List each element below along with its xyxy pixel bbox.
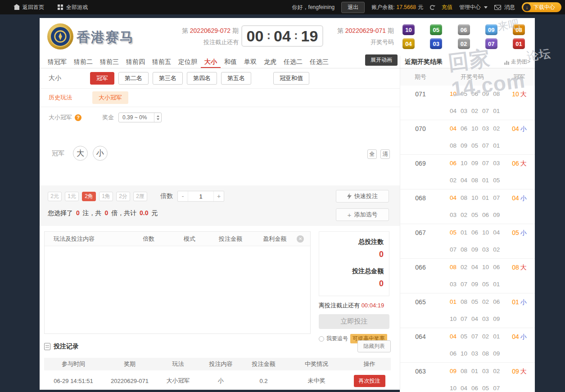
bonus-select[interactable]: 0.39 ~ 0% <box>118 113 162 122</box>
select-all-button[interactable]: 全 <box>367 149 377 159</box>
bet-workspace: 玩法及投注内容 倍数 模式 投注金额 盈利金额 ✕ <box>40 226 400 334</box>
recharge-link[interactable]: 充值 <box>442 4 452 11</box>
result-number: 05 <box>461 90 467 98</box>
nav-tab[interactable]: 任选三 <box>306 56 332 68</box>
expand-animation-button[interactable]: 展开动画 <box>365 54 398 66</box>
result-number: 04 <box>450 333 457 341</box>
multiplier-input[interactable] <box>188 191 214 201</box>
logout-button[interactable]: 退出 <box>341 2 365 13</box>
record-content: 小 <box>199 377 242 385</box>
bet-now-button[interactable]: 立即投注 <box>319 314 389 329</box>
result-numbers: 0802041006 0307090501 <box>441 263 504 288</box>
multiplier-plus-button[interactable]: + <box>214 191 224 201</box>
multiplier-minus-button[interactable]: - <box>178 191 188 201</box>
position-tab[interactable]: 第三名 <box>153 72 183 85</box>
position-tab[interactable]: 第四名 <box>187 72 217 85</box>
result-number: 03 <box>482 246 489 254</box>
position-tab[interactable]: 冠亚和值 <box>273 72 309 85</box>
result-number: 06 <box>471 90 478 98</box>
nav-tab[interactable]: 任选二 <box>280 56 306 68</box>
record-time: 06-29 14:51:51 <box>44 378 103 384</box>
result-number: 06 <box>493 298 500 306</box>
result-number: 02 <box>461 211 467 219</box>
all-games-link[interactable]: 全部游戏 <box>58 4 88 11</box>
hide-list-button[interactable]: 隐藏列表 <box>357 340 391 352</box>
money-unit-button[interactable]: 2角 <box>82 192 96 201</box>
money-unit-button[interactable]: 2元 <box>48 192 62 201</box>
bet-list-column-header: 倍数 <box>127 235 171 243</box>
result-number: 01 <box>493 280 500 288</box>
result-issue: 065 <box>400 298 441 323</box>
money-unit-button[interactable]: 2分 <box>116 192 130 201</box>
nav-tab[interactable]: 猜冠军 <box>44 56 70 68</box>
result-number: 08 <box>461 298 467 306</box>
position-tab[interactable]: 冠军 <box>90 72 114 85</box>
result-issue: 068 <box>400 194 441 219</box>
nav-tab[interactable]: 定位胆 <box>175 56 201 68</box>
result-number: 08 <box>461 194 467 202</box>
option-big[interactable]: 大 <box>73 146 88 161</box>
nav-tab[interactable]: 猜前三 <box>96 56 122 68</box>
result-number: 05 <box>471 142 478 150</box>
result-numbers-line1: 0610090703 <box>441 159 504 167</box>
number-ball: 01 <box>513 38 525 49</box>
result-champion: 04小 <box>504 333 535 358</box>
result-numbers-line1: 0405070201 <box>441 333 504 341</box>
clear-bet-list-icon[interactable]: ✕ <box>297 235 304 243</box>
messages-link[interactable]: 消息 <box>494 4 515 11</box>
download-center-button[interactable]: ↓ 下载中心 <box>522 2 561 12</box>
bet-record-row: 06-29 14:51:51 20220629-071 大小冠军 小 0.2 未… <box>44 370 391 391</box>
rebet-button[interactable]: 再次投注 <box>354 375 385 387</box>
nav-tab[interactable]: 猜前五 <box>149 56 175 68</box>
money-unit-button[interactable]: 2厘 <box>133 192 147 201</box>
last-issue-number: 20220629-071 <box>345 27 386 34</box>
result-number: 01 <box>471 367 478 375</box>
result-numbers: 0405070201 0610030809 <box>441 333 504 358</box>
position-tab[interactable]: 第五名 <box>221 72 251 85</box>
result-number: 08 <box>450 263 457 271</box>
clear-selection-button[interactable]: 清 <box>380 149 390 159</box>
quick-bet-button[interactable]: 快速投注 <box>336 190 389 203</box>
bet-deadline-time: 00:04:19 <box>362 302 384 309</box>
champion-number: 04 <box>512 333 519 340</box>
main-panel: 香港赛马 第 20220629-072 期 投注截止还有 00 : 04 : 1… <box>40 18 535 392</box>
bet-list-header: 玩法及投注内容 倍数 模式 投注金额 盈利金额 ✕ <box>45 232 310 246</box>
help-icon[interactable]: ? <box>75 114 81 121</box>
result-number: 03 <box>493 159 500 167</box>
nav-tab[interactable]: 和值 <box>221 56 240 68</box>
history-play-tag[interactable]: 大小冠军 <box>92 91 128 104</box>
result-number: 07 <box>471 333 478 341</box>
plus-icon: + <box>348 211 352 219</box>
position-tab[interactable]: 第二名 <box>118 72 149 85</box>
champion-number: 05 <box>512 229 519 236</box>
result-number: 01 <box>493 107 500 115</box>
admin-center-menu[interactable]: 管理中心 <box>459 4 488 11</box>
spinner-arrows-icon[interactable] <box>154 113 161 122</box>
option-small[interactable]: 小 <box>93 146 108 161</box>
nav-tab[interactable]: 单双 <box>240 56 260 68</box>
champion-size: 小 <box>520 125 527 132</box>
result-number: 07 <box>493 194 500 202</box>
add-selection-button[interactable]: + 添加选号 <box>336 208 389 221</box>
nav-tab[interactable]: 猜前四 <box>122 56 149 68</box>
nav-tab[interactable]: 猜前二 <box>70 56 96 68</box>
column-champion: 冠军 <box>504 73 535 81</box>
result-numbers: 0610090703 0204080105 <box>441 159 504 185</box>
trend-chart-link[interactable]: 走势图> <box>504 58 530 66</box>
result-number: 05 <box>482 280 489 288</box>
messages-label: 消息 <box>504 4 515 11</box>
result-numbers: 0501061004 0708090302 <box>441 229 504 254</box>
result-number: 07 <box>482 142 489 150</box>
money-unit-button[interactable]: 1元 <box>65 192 79 201</box>
chase-radio[interactable] <box>319 336 324 342</box>
last-draw-numbers: 10 05 06 09 08 04 03 02 0 <box>402 24 525 49</box>
result-champion: 05小 <box>504 229 535 254</box>
nav-tab[interactable]: 龙虎 <box>260 56 280 68</box>
money-unit-button[interactable]: 1角 <box>99 192 113 201</box>
champion-size: 小 <box>520 229 527 236</box>
nav-tab[interactable]: 大小 <box>201 56 221 68</box>
refresh-balance-icon[interactable] <box>430 5 435 10</box>
result-number: 10 <box>450 90 457 98</box>
back-home-link[interactable]: 返回首页 <box>14 4 44 11</box>
records-column-header: 中奖情况 <box>285 360 348 368</box>
